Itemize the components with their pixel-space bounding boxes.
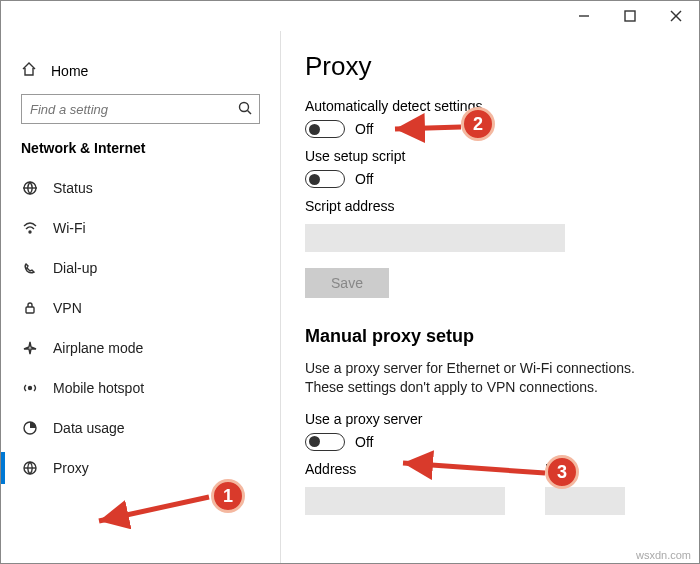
- close-button[interactable]: [653, 1, 699, 31]
- address-input[interactable]: [305, 487, 505, 515]
- home-nav[interactable]: Home: [1, 53, 280, 88]
- sidebar-item-label: Dial-up: [53, 260, 97, 276]
- hotspot-icon: [21, 379, 39, 397]
- search-input[interactable]: [22, 102, 231, 117]
- svg-point-10: [29, 387, 32, 390]
- script-address-input[interactable]: [305, 224, 565, 252]
- sidebar-item-label: Mobile hotspot: [53, 380, 144, 396]
- use-proxy-toggle[interactable]: [305, 433, 345, 451]
- sidebar-item-label: Data usage: [53, 420, 125, 436]
- use-script-toggle[interactable]: [305, 170, 345, 188]
- vpn-icon: [21, 299, 39, 317]
- page-title: Proxy: [305, 51, 675, 82]
- callout-arrow-3: [397, 455, 547, 485]
- use-proxy-label: Use a proxy server: [305, 411, 675, 427]
- sidebar-item-label: VPN: [53, 300, 82, 316]
- airplane-icon: [21, 339, 39, 357]
- callout-badge-3: 3: [545, 455, 579, 489]
- callout-badge-1: 1: [211, 479, 245, 513]
- use-script-label: Use setup script: [305, 148, 675, 164]
- svg-line-5: [248, 110, 252, 114]
- svg-line-16: [403, 463, 545, 473]
- use-script-state: Off: [355, 171, 373, 187]
- manual-heading: Manual proxy setup: [305, 326, 675, 347]
- sidebar-item-label: Status: [53, 180, 93, 196]
- callout-arrow-2: [389, 115, 469, 141]
- maximize-icon: [622, 8, 638, 24]
- auto-detect-toggle[interactable]: [305, 120, 345, 138]
- sidebar-item-label: Proxy: [53, 460, 89, 476]
- auto-detect-state: Off: [355, 121, 373, 137]
- minimize-icon: [576, 8, 592, 24]
- manual-description: Use a proxy server for Ethernet or Wi-Fi…: [305, 359, 675, 397]
- sidebar-item-label: Airplane mode: [53, 340, 143, 356]
- home-icon: [21, 61, 37, 80]
- use-proxy-state: Off: [355, 434, 373, 450]
- minimize-button[interactable]: [561, 1, 607, 31]
- save-button[interactable]: Save: [305, 268, 389, 298]
- sidebar-item-wifi[interactable]: Wi-Fi: [1, 208, 280, 248]
- watermark: wsxdn.com: [636, 549, 691, 561]
- close-icon: [668, 8, 684, 24]
- callout-badge-2: 2: [461, 107, 495, 141]
- status-icon: [21, 179, 39, 197]
- title-bar: ← Settings: [1, 1, 699, 31]
- svg-point-4: [240, 102, 249, 111]
- maximize-button[interactable]: [607, 1, 653, 31]
- dialup-icon: [21, 259, 39, 277]
- port-input[interactable]: [545, 487, 625, 515]
- sidebar-item-airplane[interactable]: Airplane mode: [1, 328, 280, 368]
- search-box[interactable]: [21, 94, 260, 124]
- proxy-icon: [21, 459, 39, 477]
- svg-point-8: [29, 231, 31, 233]
- svg-line-14: [99, 497, 209, 521]
- home-label: Home: [51, 63, 88, 79]
- svg-rect-9: [26, 307, 34, 313]
- svg-line-15: [395, 127, 461, 129]
- callout-arrow-1: [91, 491, 211, 531]
- sidebar-item-datausage[interactable]: Data usage: [1, 408, 280, 448]
- sidebar-item-dialup[interactable]: Dial-up: [1, 248, 280, 288]
- sidebar-item-hotspot[interactable]: Mobile hotspot: [1, 368, 280, 408]
- script-address-label: Script address: [305, 198, 675, 214]
- datausage-icon: [21, 419, 39, 437]
- wifi-icon: [21, 219, 39, 237]
- search-icon: [231, 100, 259, 119]
- sidebar-item-label: Wi-Fi: [53, 220, 86, 236]
- sidebar-item-vpn[interactable]: VPN: [1, 288, 280, 328]
- section-title: Network & Internet: [1, 136, 280, 168]
- svg-rect-1: [625, 11, 635, 21]
- sidebar-item-status[interactable]: Status: [1, 168, 280, 208]
